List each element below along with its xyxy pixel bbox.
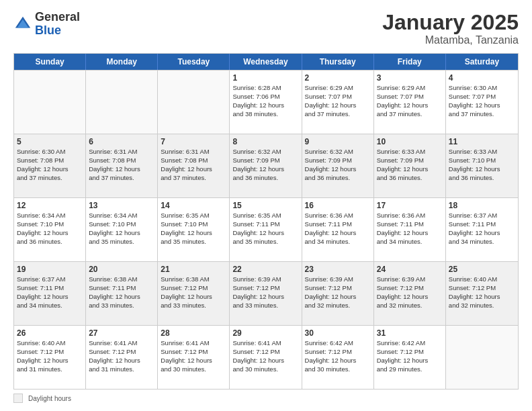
day-info: Sunrise: 6:34 AM Sunset: 7:10 PM Dayligh…	[89, 212, 140, 244]
calendar-cell: 28Sunrise: 6:41 AM Sunset: 7:12 PM Dayli…	[158, 326, 230, 389]
day-info: Sunrise: 6:32 AM Sunset: 7:09 PM Dayligh…	[232, 148, 284, 181]
day-info: Sunrise: 6:37 AM Sunset: 7:11 PM Dayligh…	[17, 275, 69, 308]
day-info: Sunrise: 6:31 AM Sunset: 7:08 PM Dayligh…	[161, 148, 212, 181]
calendar-cell: 14Sunrise: 6:35 AM Sunset: 7:10 PM Dayli…	[158, 198, 230, 261]
day-number: 4	[449, 73, 515, 83]
day-info: Sunrise: 6:29 AM Sunset: 7:07 PM Dayligh…	[305, 84, 357, 117]
calendar-cell: 19Sunrise: 6:37 AM Sunset: 7:11 PM Dayli…	[14, 262, 86, 325]
header-day-wednesday: Wednesday	[230, 54, 302, 70]
day-info: Sunrise: 6:42 AM Sunset: 7:12 PM Dayligh…	[305, 339, 357, 372]
logo-text: General Blue	[35, 11, 80, 38]
day-info: Sunrise: 6:29 AM Sunset: 7:07 PM Dayligh…	[377, 84, 429, 117]
header: General Blue January 2025 Matamba, Tanza…	[13, 11, 519, 46]
day-number: 16	[305, 200, 371, 211]
day-info: Sunrise: 6:39 AM Sunset: 7:12 PM Dayligh…	[305, 275, 357, 308]
calendar-cell: 15Sunrise: 6:35 AM Sunset: 7:11 PM Dayli…	[230, 198, 302, 261]
calendar-row-4: 19Sunrise: 6:37 AM Sunset: 7:11 PM Dayli…	[14, 261, 518, 325]
calendar-cell: 18Sunrise: 6:37 AM Sunset: 7:11 PM Dayli…	[446, 198, 518, 261]
day-number: 2	[305, 73, 371, 83]
day-info: Sunrise: 6:34 AM Sunset: 7:10 PM Dayligh…	[17, 212, 69, 244]
calendar-cell	[86, 71, 158, 134]
location: Matamba, Tanzania	[382, 34, 519, 46]
calendar-cell: 27Sunrise: 6:41 AM Sunset: 7:12 PM Dayli…	[86, 326, 158, 389]
day-number: 24	[377, 264, 443, 275]
day-number: 27	[89, 328, 154, 338]
day-number: 20	[89, 264, 154, 275]
day-number: 8	[232, 136, 298, 147]
day-number: 6	[89, 136, 154, 147]
calendar-row-2: 5Sunrise: 6:30 AM Sunset: 7:08 PM Daylig…	[14, 134, 518, 197]
day-info: Sunrise: 6:30 AM Sunset: 7:07 PM Dayligh…	[449, 84, 500, 117]
calendar-cell: 22Sunrise: 6:39 AM Sunset: 7:12 PM Dayli…	[230, 262, 302, 325]
calendar-cell: 25Sunrise: 6:40 AM Sunset: 7:12 PM Dayli…	[446, 262, 518, 325]
calendar-cell: 7Sunrise: 6:31 AM Sunset: 7:08 PM Daylig…	[158, 134, 230, 197]
month-title: January 2025	[382, 11, 519, 34]
calendar-cell: 21Sunrise: 6:38 AM Sunset: 7:12 PM Dayli…	[158, 262, 230, 325]
calendar-cell	[14, 71, 86, 134]
header-day-friday: Friday	[374, 54, 446, 70]
calendar-cell: 23Sunrise: 6:39 AM Sunset: 7:12 PM Dayli…	[302, 262, 374, 325]
calendar-cell: 1Sunrise: 6:28 AM Sunset: 7:06 PM Daylig…	[230, 71, 302, 134]
calendar-cell	[158, 71, 230, 134]
calendar-cell: 4Sunrise: 6:30 AM Sunset: 7:07 PM Daylig…	[446, 71, 518, 134]
day-number: 12	[17, 200, 83, 211]
logo: General Blue	[13, 11, 80, 38]
calendar-cell: 26Sunrise: 6:40 AM Sunset: 7:12 PM Dayli…	[14, 326, 86, 389]
title-block: January 2025 Matamba, Tanzania	[382, 11, 519, 46]
day-number: 9	[305, 136, 371, 147]
daylight-box	[13, 394, 23, 403]
day-number: 11	[449, 136, 515, 147]
calendar-cell: 13Sunrise: 6:34 AM Sunset: 7:10 PM Dayli…	[86, 198, 158, 261]
calendar-cell: 20Sunrise: 6:38 AM Sunset: 7:11 PM Dayli…	[86, 262, 158, 325]
calendar-cell: 5Sunrise: 6:30 AM Sunset: 7:08 PM Daylig…	[14, 134, 86, 197]
day-info: Sunrise: 6:39 AM Sunset: 7:12 PM Dayligh…	[377, 275, 429, 308]
day-info: Sunrise: 6:38 AM Sunset: 7:11 PM Dayligh…	[89, 275, 140, 308]
header-day-saturday: Saturday	[446, 54, 518, 70]
day-number: 18	[449, 200, 515, 211]
logo-general: General	[35, 10, 80, 24]
day-info: Sunrise: 6:32 AM Sunset: 7:09 PM Dayligh…	[305, 148, 357, 181]
day-info: Sunrise: 6:36 AM Sunset: 7:11 PM Dayligh…	[377, 212, 429, 244]
calendar-row-3: 12Sunrise: 6:34 AM Sunset: 7:10 PM Dayli…	[14, 197, 518, 261]
day-number: 7	[161, 136, 226, 147]
day-info: Sunrise: 6:31 AM Sunset: 7:08 PM Dayligh…	[89, 148, 140, 181]
calendar-cell: 29Sunrise: 6:41 AM Sunset: 7:12 PM Dayli…	[230, 326, 302, 389]
daylight-label: Daylight hours	[28, 395, 71, 402]
page: General Blue January 2025 Matamba, Tanza…	[0, 0, 532, 411]
calendar-header: SundayMondayTuesdayWednesdayThursdayFrid…	[14, 54, 518, 70]
day-number: 5	[17, 136, 83, 147]
calendar-cell: 31Sunrise: 6:42 AM Sunset: 7:12 PM Dayli…	[374, 326, 446, 389]
day-info: Sunrise: 6:40 AM Sunset: 7:12 PM Dayligh…	[449, 275, 500, 308]
day-info: Sunrise: 6:30 AM Sunset: 7:08 PM Dayligh…	[17, 148, 69, 181]
day-info: Sunrise: 6:33 AM Sunset: 7:09 PM Dayligh…	[377, 148, 429, 181]
day-number: 13	[89, 200, 154, 211]
day-info: Sunrise: 6:41 AM Sunset: 7:12 PM Dayligh…	[89, 339, 140, 372]
day-number: 19	[17, 264, 83, 275]
day-number: 10	[377, 136, 443, 147]
day-info: Sunrise: 6:36 AM Sunset: 7:11 PM Dayligh…	[305, 212, 357, 244]
day-number: 14	[161, 200, 226, 211]
day-info: Sunrise: 6:39 AM Sunset: 7:12 PM Dayligh…	[232, 275, 284, 308]
day-info: Sunrise: 6:40 AM Sunset: 7:12 PM Dayligh…	[17, 339, 69, 372]
logo-blue: Blue	[35, 24, 61, 37]
calendar-row-1: 1Sunrise: 6:28 AM Sunset: 7:06 PM Daylig…	[14, 70, 518, 134]
day-info: Sunrise: 6:41 AM Sunset: 7:12 PM Dayligh…	[161, 339, 212, 372]
day-number: 25	[449, 264, 515, 275]
day-number: 1	[232, 73, 298, 83]
day-number: 28	[161, 328, 226, 338]
day-number: 3	[377, 73, 443, 83]
header-day-monday: Monday	[86, 54, 158, 70]
calendar-cell: 16Sunrise: 6:36 AM Sunset: 7:11 PM Dayli…	[302, 198, 374, 261]
day-info: Sunrise: 6:42 AM Sunset: 7:12 PM Dayligh…	[377, 339, 429, 372]
day-number: 17	[377, 200, 443, 211]
day-info: Sunrise: 6:33 AM Sunset: 7:10 PM Dayligh…	[449, 148, 500, 181]
day-number: 26	[17, 328, 83, 338]
header-day-tuesday: Tuesday	[158, 54, 230, 70]
day-info: Sunrise: 6:41 AM Sunset: 7:12 PM Dayligh…	[232, 339, 284, 372]
footer: Daylight hours	[13, 394, 519, 403]
day-info: Sunrise: 6:35 AM Sunset: 7:10 PM Dayligh…	[161, 212, 212, 244]
day-number: 23	[305, 264, 371, 275]
calendar-cell: 11Sunrise: 6:33 AM Sunset: 7:10 PM Dayli…	[446, 134, 518, 197]
calendar-cell: 9Sunrise: 6:32 AM Sunset: 7:09 PM Daylig…	[302, 134, 374, 197]
day-info: Sunrise: 6:35 AM Sunset: 7:11 PM Dayligh…	[232, 212, 284, 244]
